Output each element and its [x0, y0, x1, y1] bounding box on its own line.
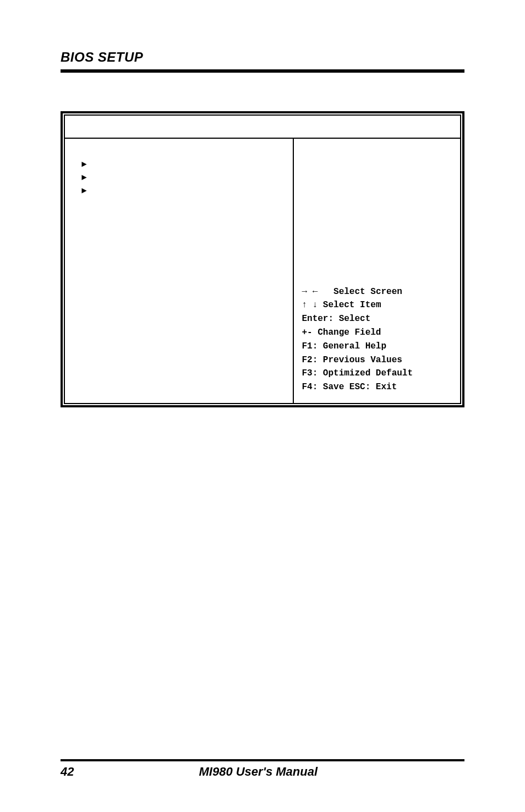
help-f1: F1: General Help [302, 340, 452, 353]
bios-panel-outer: ► ► ► → ← Select Screen ↑ ↓ Select Item … [61, 111, 464, 407]
bios-title-bar [65, 116, 460, 139]
bios-panel-inner: ► ► ► → ← Select Screen ↑ ↓ Select Item … [64, 115, 461, 404]
triangle-right-icon: ► [81, 160, 87, 169]
help-select-screen-label: Select Screen [333, 287, 402, 297]
bios-help-panel: → ← Select Screen ↑ ↓ Select Item Enter:… [294, 139, 460, 403]
help-enter: Enter: Select [302, 312, 452, 326]
help-select-item: ↑ ↓ Select Item [302, 298, 452, 312]
footer-row: 42 MI980 User's Manual [61, 765, 464, 779]
arrow-left-right-icon: → ← [302, 287, 318, 297]
section-title: BIOS SETUP [61, 50, 464, 65]
page: BIOS SETUP ► ► ► → ← Select Screen ↑ ↓ S… [0, 0, 525, 812]
bios-menu-item[interactable]: ► [81, 171, 282, 184]
help-f2: F2: Previous Values [302, 353, 452, 367]
page-footer: 42 MI980 User's Manual [61, 759, 464, 779]
triangle-right-icon: ► [81, 173, 87, 182]
help-f3: F3: Optimized Default [302, 367, 452, 380]
arrow-up-down-icon: ↑ ↓ [302, 300, 318, 310]
footer-rule [61, 759, 464, 761]
help-f4: F4: Save ESC: Exit [302, 380, 452, 394]
bios-menu-list: ► ► ► [65, 139, 294, 403]
help-select-item-label: Select Item [323, 300, 381, 310]
help-change-field: +- Change Field [302, 326, 452, 340]
bios-menu-item[interactable]: ► [81, 184, 282, 198]
bios-menu-item[interactable]: ► [81, 158, 282, 171]
page-number: 42 [61, 765, 74, 779]
header-rule [61, 69, 464, 73]
help-select-screen: → ← Select Screen [302, 285, 452, 299]
bios-body: ► ► ► → ← Select Screen ↑ ↓ Select Item … [65, 139, 460, 403]
manual-title: MI980 User's Manual [74, 765, 442, 779]
triangle-right-icon: ► [81, 187, 87, 195]
